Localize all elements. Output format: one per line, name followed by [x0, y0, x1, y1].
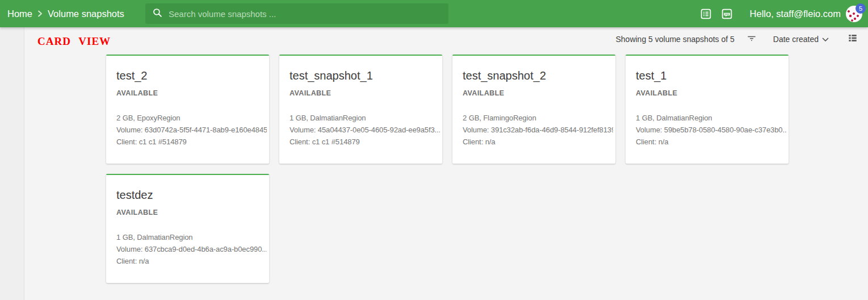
- snapshot-title: test_2: [116, 69, 267, 82]
- notification-badge: 5: [856, 3, 866, 14]
- snapshot-card[interactable]: test_1 AVAILABLE 1 GB, DalmatianRegion V…: [626, 55, 789, 164]
- messages-icon[interactable]: [721, 7, 733, 20]
- breadcrumb-home-link[interactable]: Home: [7, 9, 32, 19]
- snapshot-volume: Volume: 637cbca9-d0ed-4b6a-ac9a-b0ec990.…: [116, 243, 267, 255]
- snapshot-card[interactable]: testdez AVAILABLE 1 GB, DalmatianRegion …: [106, 174, 269, 283]
- snapshot-title: testdez: [116, 189, 267, 202]
- snapshot-client: Client: c1 c1 #514879: [290, 136, 440, 148]
- user-greeting: Hello, staff@fleio.com: [750, 9, 841, 19]
- snapshot-card[interactable]: test_snapshot_1 AVAILABLE 1 GB, Dalmatia…: [279, 55, 442, 164]
- sort-dropdown[interactable]: Date created: [773, 35, 829, 44]
- snapshot-card[interactable]: test_snapshot_2 AVAILABLE 2 GB, Flamingo…: [452, 55, 615, 164]
- showing-count-text: Showing 5 volume snapshots of 5: [615, 35, 734, 44]
- status-badge: AVAILABLE: [463, 89, 613, 97]
- snapshot-client: Client: n/a: [463, 136, 613, 148]
- left-gutter: [0, 27, 24, 300]
- filter-button[interactable]: [746, 32, 757, 46]
- billing-icon[interactable]: [700, 7, 712, 20]
- snapshot-size-region: 2 GB, FlamingoRegion: [463, 112, 613, 124]
- filter-icon: [746, 32, 757, 46]
- status-badge: AVAILABLE: [290, 89, 440, 97]
- chevron-right-icon: [37, 10, 43, 17]
- snapshot-volume: Volume: 391c32ab-f6da-46d9-8544-912fef81…: [463, 124, 613, 136]
- list-toolbar: Showing 5 volume snapshots of 5 Date cre…: [615, 27, 858, 51]
- snapshot-size-region: 1 GB, DalmatianRegion: [116, 231, 267, 243]
- snapshot-card[interactable]: test_2 AVAILABLE 2 GB, EpoxyRegion Volum…: [106, 55, 269, 164]
- snapshot-details: 1 GB, DalmatianRegion Volume: 637cbca9-d…: [116, 231, 267, 267]
- avatar[interactable]: 5: [846, 6, 862, 22]
- status-badge: AVAILABLE: [636, 89, 786, 97]
- sort-dropdown-label: Date created: [773, 35, 819, 44]
- snapshot-volume: Volume: 59be5b78-0580-4580-90ae-c37e3b0.…: [636, 124, 786, 136]
- snapshot-size-region: 1 GB, DalmatianRegion: [636, 112, 786, 124]
- header-right: Hello, staff@fleio.com 5: [700, 0, 862, 27]
- status-badge: AVAILABLE: [116, 209, 267, 216]
- breadcrumb-current: Volume snapshots: [48, 9, 124, 19]
- snapshot-client: Client: n/a: [116, 255, 267, 267]
- snapshot-size-region: 1 GB, DalmatianRegion: [290, 112, 440, 124]
- status-badge: AVAILABLE: [116, 89, 267, 97]
- snapshot-title: test_snapshot_2: [463, 69, 613, 82]
- search-box: [145, 3, 448, 24]
- snapshot-card-grid: test_2 AVAILABLE 2 GB, EpoxyRegion Volum…: [106, 55, 793, 283]
- snapshot-size-region: 2 GB, EpoxyRegion: [116, 112, 267, 124]
- snapshot-client: Client: c1 c1 #514879: [116, 136, 267, 148]
- snapshot-title: test_1: [636, 69, 786, 82]
- search-input[interactable]: [169, 9, 442, 19]
- chevron-down-icon: [822, 35, 829, 44]
- breadcrumb: Home Volume snapshots: [7, 0, 124, 27]
- search-icon: [152, 7, 163, 20]
- snapshot-details: 1 GB, DalmatianRegion Volume: 59be5b78-0…: [636, 112, 786, 148]
- snapshot-details: 2 GB, EpoxyRegion Volume: 63d0742a-5f5f-…: [116, 112, 267, 148]
- snapshot-details: 1 GB, DalmatianRegion Volume: 45a04437-0…: [290, 112, 440, 148]
- snapshot-details: 2 GB, FlamingoRegion Volume: 391c32ab-f6…: [463, 112, 613, 148]
- snapshot-volume: Volume: 63d0742a-5f5f-4471-8ab9-e160e484…: [116, 124, 267, 136]
- view-list-icon: [847, 32, 858, 46]
- app-header: Home Volume snapshots Hello,: [0, 0, 868, 27]
- view-toggle-button[interactable]: [847, 32, 858, 46]
- snapshot-client: Client: n/a: [636, 136, 786, 148]
- card-view-annotation: CARD VIEW: [37, 35, 111, 48]
- snapshot-title: test_snapshot_1: [290, 69, 440, 82]
- snapshot-volume: Volume: 45a04437-0e05-4605-92ad-ee9a5f3.…: [290, 124, 440, 136]
